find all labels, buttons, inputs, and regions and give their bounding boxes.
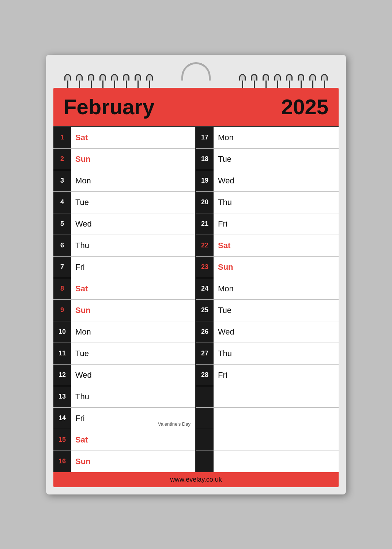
calendar-footer: www.evelay.co.uk bbox=[53, 472, 339, 487]
binding-handle bbox=[181, 62, 211, 81]
spiral-5 bbox=[111, 74, 118, 88]
spiral-13 bbox=[286, 74, 293, 88]
day-name: Wed bbox=[218, 327, 339, 337]
day-name: Wed bbox=[218, 176, 339, 186]
day-number: 2 bbox=[53, 149, 71, 170]
day-name: Tue bbox=[75, 198, 195, 207]
day-number: 20 bbox=[196, 192, 214, 213]
day-number: 26 bbox=[196, 321, 214, 343]
day-number: 4 bbox=[53, 192, 71, 213]
day-number: 9 bbox=[53, 300, 71, 321]
day-name: Thu bbox=[75, 392, 195, 402]
left-day-row: 16Sun bbox=[53, 451, 195, 472]
day-number: 8 bbox=[53, 278, 71, 299]
day-number: 11 bbox=[53, 343, 71, 364]
day-name: Thu bbox=[75, 241, 195, 250]
spiral-3 bbox=[88, 74, 94, 88]
spiral-10 bbox=[251, 74, 257, 88]
spiral-16 bbox=[321, 74, 328, 88]
website-url: www.evelay.co.uk bbox=[170, 476, 222, 483]
day-number: 10 bbox=[53, 321, 71, 343]
left-day-row: 12Wed bbox=[53, 365, 195, 386]
right-day-row: 27Thu bbox=[196, 343, 339, 365]
right-day-row: 26Wed bbox=[196, 321, 339, 343]
left-day-row: 9Sun bbox=[53, 300, 195, 321]
right-day-row bbox=[196, 429, 339, 451]
day-number: 16 bbox=[53, 451, 71, 472]
left-day-row: 6Thu bbox=[53, 235, 195, 257]
spiral-11 bbox=[263, 74, 269, 88]
day-name: Mon bbox=[75, 327, 195, 337]
day-name: Thu bbox=[218, 349, 339, 358]
day-name: Mon bbox=[75, 176, 195, 186]
left-day-row: 8Sat bbox=[53, 278, 195, 300]
day-number bbox=[196, 386, 214, 407]
month-title: February bbox=[64, 94, 154, 119]
spiral-group-right bbox=[239, 74, 328, 88]
day-name: Wed bbox=[75, 370, 195, 380]
left-day-row: 4Tue bbox=[53, 192, 195, 213]
day-name: Sat bbox=[75, 133, 195, 142]
day-number: 24 bbox=[196, 278, 214, 299]
day-name: Fri bbox=[218, 370, 339, 380]
day-number bbox=[196, 451, 214, 472]
right-day-row: 22Sat bbox=[196, 235, 339, 257]
spiral-14 bbox=[298, 74, 304, 88]
spiral-15 bbox=[309, 74, 316, 88]
left-column: 1Sat2Sun3Mon4Tue5Wed6Thu7Fri8Sat9Sun10Mo… bbox=[53, 127, 196, 472]
day-number: 15 bbox=[53, 429, 71, 451]
right-day-row: 19Wed bbox=[196, 170, 339, 192]
day-number: 5 bbox=[53, 213, 71, 235]
spiral-2 bbox=[76, 74, 83, 88]
left-day-row: 2Sun bbox=[53, 149, 195, 170]
right-day-row: 25Tue bbox=[196, 300, 339, 321]
day-name: Mon bbox=[218, 284, 339, 294]
day-name: Mon bbox=[218, 133, 339, 142]
day-name: Sat bbox=[218, 241, 339, 250]
day-name: Sat bbox=[75, 435, 195, 445]
spiral-binding bbox=[53, 62, 339, 88]
day-number: 6 bbox=[53, 235, 71, 256]
right-day-row: 28Fri bbox=[196, 365, 339, 386]
day-number: 14 bbox=[53, 408, 71, 429]
day-name: Tue bbox=[218, 306, 339, 315]
left-day-row: 3Mon bbox=[53, 170, 195, 192]
day-name: Fri bbox=[218, 219, 339, 229]
spiral-6 bbox=[123, 74, 129, 88]
day-number: 25 bbox=[196, 300, 214, 321]
day-number: 21 bbox=[196, 213, 214, 235]
day-number bbox=[196, 429, 214, 451]
day-name: Sun bbox=[75, 457, 195, 466]
spiral-4 bbox=[99, 74, 106, 88]
left-day-row: 14FriValentine's Day bbox=[53, 408, 195, 429]
calendar-header: February 2025 bbox=[53, 88, 339, 126]
calendar-main: February 2025 1Sat2Sun3Mon4Tue5Wed6Thu7F… bbox=[53, 88, 339, 487]
day-number bbox=[196, 408, 214, 429]
right-column: 17Mon18Tue19Wed20Thu21Fri22Sat23Sun24Mon… bbox=[196, 127, 339, 472]
left-day-row: 1Sat bbox=[53, 127, 195, 149]
day-number: 27 bbox=[196, 343, 214, 364]
day-name: Thu bbox=[218, 198, 339, 207]
right-day-row: 23Sun bbox=[196, 257, 339, 278]
day-number: 17 bbox=[196, 127, 214, 148]
day-number: 18 bbox=[196, 149, 214, 170]
day-number: 28 bbox=[196, 365, 214, 386]
day-number: 12 bbox=[53, 365, 71, 386]
right-day-row bbox=[196, 451, 339, 472]
spiral-8 bbox=[146, 74, 153, 88]
spiral-12 bbox=[274, 74, 281, 88]
day-number: 3 bbox=[53, 170, 71, 191]
day-number: 7 bbox=[53, 257, 71, 278]
left-day-row: 15Sat bbox=[53, 429, 195, 451]
year-title: 2025 bbox=[281, 94, 328, 119]
day-number: 1 bbox=[53, 127, 71, 148]
day-name: Sun bbox=[218, 262, 339, 272]
day-name: Tue bbox=[218, 154, 339, 164]
calendar-grid: 1Sat2Sun3Mon4Tue5Wed6Thu7Fri8Sat9Sun10Mo… bbox=[53, 126, 339, 472]
left-day-row: 10Mon bbox=[53, 321, 195, 343]
calendar-wrapper: February 2025 1Sat2Sun3Mon4Tue5Wed6Thu7F… bbox=[46, 55, 346, 494]
right-day-row bbox=[196, 408, 339, 429]
day-number: 23 bbox=[196, 257, 214, 278]
right-day-row bbox=[196, 386, 339, 408]
right-day-row: 24Mon bbox=[196, 278, 339, 300]
